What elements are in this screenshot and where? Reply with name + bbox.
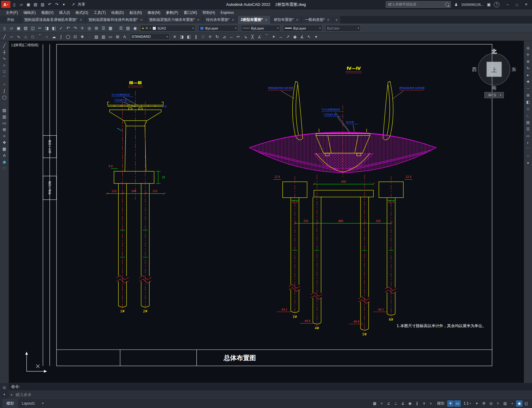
- redo-icon[interactable]: ↷: [72, 25, 78, 31]
- close-button[interactable]: ✕: [522, 1, 531, 8]
- line-tool-icon[interactable]: ╱: [1, 43, 7, 49]
- undo-icon[interactable]: ↶: [65, 25, 71, 31]
- menu-item[interactable]: 视图(V): [38, 9, 56, 16]
- menu-item[interactable]: 格式(O): [73, 9, 91, 16]
- close-icon[interactable]: ✕: [80, 18, 82, 22]
- quick-properties-icon[interactable]: ▤: [502, 400, 508, 407]
- properties-panel-icon[interactable]: ☰: [525, 126, 531, 132]
- file-tab-active[interactable]: 2桥型布置图*✕: [238, 16, 271, 24]
- layers-panel-icon[interactable]: ▤: [525, 120, 531, 125]
- view-front-icon[interactable]: ◧: [525, 99, 531, 105]
- polyline-icon[interactable]: ∿: [15, 34, 22, 40]
- redo-icon[interactable]: ↷: [53, 1, 60, 8]
- search-icon[interactable]: [445, 2, 449, 6]
- ucs-tool-icon[interactable]: ∟: [525, 113, 531, 118]
- view-top-icon[interactable]: ⊞: [525, 93, 531, 98]
- mirror-icon[interactable]: ◧: [186, 34, 192, 40]
- start-tab[interactable]: 开始: [0, 16, 21, 24]
- xline-icon[interactable]: ─: [8, 34, 15, 40]
- menu-item[interactable]: 工具(T): [91, 9, 108, 16]
- zoom-out-icon[interactable]: −: [525, 86, 531, 91]
- group-tool-icon[interactable]: ∷: [1, 165, 7, 171]
- spline-tool-icon[interactable]: ∫: [1, 88, 7, 94]
- extend-icon[interactable]: ↘: [242, 34, 249, 40]
- viewport-controls[interactable]: [-][俯视][二维线框]: [11, 43, 38, 47]
- dim-linear-icon[interactable]: ↔: [278, 34, 284, 40]
- pan-icon[interactable]: ✛: [79, 25, 85, 31]
- circle-tool-icon[interactable]: ○: [1, 81, 7, 87]
- dim-angular-icon[interactable]: ∡: [299, 34, 305, 40]
- menu-item[interactable]: 窗口(W): [181, 9, 200, 16]
- ellipse-icon[interactable]: ◯: [65, 34, 71, 40]
- line-icon[interactable]: ╱: [1, 34, 8, 40]
- autocad-logo-button[interactable]: A▾: [1, 1, 10, 8]
- plotstyle-select[interactable]: ByColor ▾: [325, 25, 361, 32]
- share-button[interactable]: ↗共享: [70, 1, 85, 8]
- new-layout-button[interactable]: +: [39, 399, 47, 408]
- pan-nav-icon[interactable]: ✛: [525, 52, 531, 57]
- lock-ui-icon[interactable]: ▪: [509, 400, 515, 407]
- user-id[interactable]: 1505999135...: [461, 3, 484, 6]
- more-nav-icon[interactable]: ▾: [525, 160, 531, 166]
- model-tab[interactable]: 模型: [2, 399, 18, 408]
- dim-style-icon[interactable]: ▾: [313, 34, 319, 40]
- help-icon[interactable]: ?: [494, 2, 499, 7]
- multiline-text-tool-icon[interactable]: A: [1, 153, 7, 158]
- app-store-cart-icon[interactable]: ▣: [486, 1, 492, 8]
- close-icon[interactable]: ✕: [265, 18, 267, 22]
- offset-icon[interactable]: ∥: [193, 34, 199, 40]
- search-input[interactable]: 键入关键字或短语: [386, 1, 451, 8]
- layer-select[interactable]: ● ☀ ▪ SJX2 ▾: [140, 25, 195, 32]
- polar-tracking-icon[interactable]: ∡: [400, 400, 406, 407]
- transparency-icon[interactable]: ◐: [428, 400, 434, 407]
- arc-tool-icon[interactable]: ⌒: [1, 75, 7, 81]
- move-icon[interactable]: ✛: [207, 34, 213, 40]
- table-icon[interactable]: ⊞: [114, 34, 121, 40]
- explode-icon[interactable]: ✶: [270, 34, 277, 40]
- close-icon[interactable]: ✕: [232, 18, 234, 22]
- osnap-icon[interactable]: ◉: [407, 400, 413, 407]
- save-icon[interactable]: ▣: [25, 1, 32, 8]
- circle-icon[interactable]: ○: [44, 34, 50, 40]
- trim-icon[interactable]: ✂: [235, 34, 242, 40]
- copy-object-icon[interactable]: ◨: [179, 34, 185, 40]
- menu-item[interactable]: 编辑(E): [21, 9, 38, 16]
- dim-aligned-icon[interactable]: ↗: [285, 34, 291, 40]
- image-tool-icon[interactable]: ▦: [1, 146, 7, 152]
- new-icon[interactable]: ▯: [1, 25, 8, 31]
- zoom-window-icon[interactable]: ⊞: [93, 25, 100, 31]
- region-icon[interactable]: ▭: [107, 34, 114, 40]
- construction-line-tool-icon[interactable]: ┼: [1, 49, 7, 55]
- zoom-realtime-icon[interactable]: ◎: [86, 25, 93, 31]
- command-history-icon[interactable]: ▴: [3, 392, 5, 396]
- point-style-icon[interactable]: ◉: [1, 159, 7, 165]
- infer-constraints-icon[interactable]: ∠: [385, 400, 392, 407]
- minimize-button[interactable]: ─: [503, 1, 512, 8]
- close-icon[interactable]: ✕: [296, 18, 298, 22]
- command-input[interactable]: ▸ 键入命令: [9, 390, 532, 398]
- rotate-icon[interactable]: ↻: [214, 34, 220, 40]
- menu-item[interactable]: 文件(F): [3, 9, 21, 16]
- gradient-icon[interactable]: ▥: [100, 34, 107, 40]
- save-as-icon[interactable]: ▤: [32, 1, 39, 8]
- open-icon[interactable]: ▱: [8, 25, 15, 31]
- snap-icon[interactable]: ⌗: [378, 400, 385, 407]
- new-tab-button[interactable]: +: [333, 16, 341, 24]
- point-icon[interactable]: ∙: [86, 34, 93, 40]
- break-icon[interactable]: ╳: [249, 34, 256, 40]
- undo-icon[interactable]: ↶: [46, 1, 53, 8]
- autoscale-icon[interactable]: ▭: [454, 400, 461, 407]
- nav-wheel-icon[interactable]: ◎: [525, 45, 531, 51]
- designcenter-icon[interactable]: ▦: [107, 25, 114, 31]
- clean-screen-icon[interactable]: ◱: [523, 400, 530, 407]
- scale-icon[interactable]: ⊿: [221, 34, 227, 40]
- model-space-button[interactable]: 模型: [435, 401, 447, 406]
- workspace-gear-icon[interactable]: ⚙: [481, 400, 487, 407]
- measure-tool-icon[interactable]: ⌗: [1, 133, 7, 139]
- ortho-icon[interactable]: ⊥: [392, 400, 399, 407]
- viewcube[interactable]: 上 北 南 西 东 WCS ▾: [472, 49, 516, 98]
- layer-states-icon[interactable]: ▤: [125, 25, 131, 31]
- layer-isolate-icon[interactable]: ◉: [132, 25, 138, 31]
- block-tool-icon[interactable]: ❖: [1, 140, 7, 145]
- menu-item[interactable]: 绘图(D): [108, 9, 127, 16]
